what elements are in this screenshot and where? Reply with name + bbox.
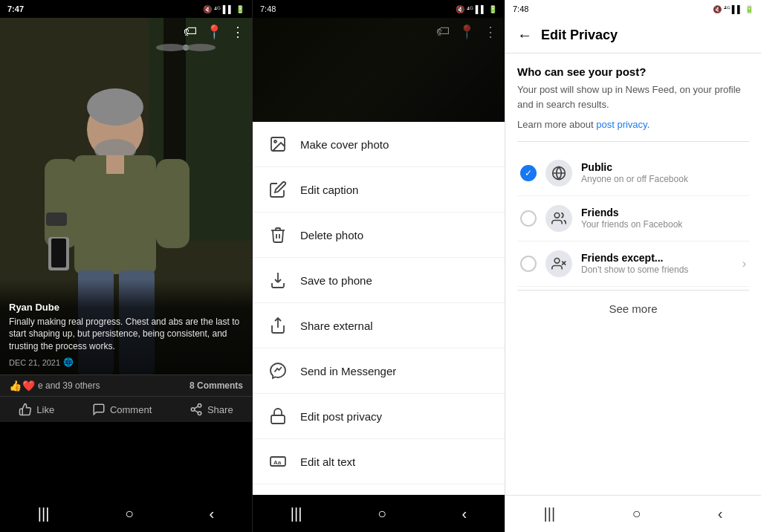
svg-rect-17 [106,155,124,174]
like-reaction-icon: 👍 [9,380,22,392]
privacy-option-friends-except[interactable]: Friends except... Don't show to some fri… [517,241,749,287]
public-option-text: Public Anyone on or off Facebook [581,161,746,184]
tag-icon[interactable]: 🏷 [184,24,197,40]
who-can-see-title: Who can see your post? [517,65,749,78]
status-time-1: 7:47 [7,4,24,13]
nav-menu-3[interactable]: ||| [544,505,556,522]
share-label: Share [207,404,233,415]
edit-privacy-icon [268,406,288,426]
status-bar-2: 7:48 🔇⁴ᴳ▌▌🔋 [253,0,505,18]
svg-point-31 [554,258,560,263]
menu-item-edit-caption[interactable]: Edit caption [253,167,505,213]
post-caption-text: Finally making real progress. Chest and … [9,316,243,353]
public-sub: Anyone on or off Facebook [581,174,746,184]
reactions-row: 👍 ❤️ e and 39 others [9,380,100,392]
nav-menu-1[interactable]: ||| [38,505,50,522]
post-date: DEC 21, 2021 🌐 [9,357,243,367]
menu-item-make-cover[interactable]: Make cover photo [253,122,505,167]
delete-photo-icon [268,224,288,245]
p2-tag-icon: 🏷 [436,24,450,40]
public-name: Public [581,161,746,173]
svg-rect-11 [156,159,190,248]
globe-icon: 🌐 [63,357,74,367]
svg-line-21 [194,410,198,412]
comment-icon [92,403,106,416]
svg-point-19 [191,408,195,412]
p2-more-icon: ⋮ [484,24,497,40]
privacy-description: Your post will show up in News Feed, on … [517,82,749,111]
post-stats-bar: 👍 ❤️ e and 39 others 8 Comments [0,374,252,397]
svg-rect-10 [45,159,78,248]
heart-reaction-icon: ❤️ [22,380,35,392]
nav-home-2[interactable]: ○ [378,505,386,522]
nav-home-3[interactable]: ○ [632,505,641,522]
see-more-button[interactable]: See more [517,290,749,327]
friends-except-chevron: › [742,257,746,270]
p2-location-icon: 📍 [459,24,475,40]
back-button[interactable]: ← [517,27,532,44]
divider-1 [517,141,749,142]
edit-caption-label: Edit caption [300,184,358,196]
nav-back-2[interactable]: ‹ [462,505,467,522]
svg-point-24 [274,140,276,143]
status-icons-3: 🔇⁴ᴳ▌▌🔋 [713,5,754,13]
share-button[interactable]: Share [190,403,233,416]
radio-public: ✓ [520,165,537,181]
privacy-content-area: Who can see your post? Your post will sh… [505,53,761,495]
edit-alt-label: Edit alt text [300,455,355,468]
svg-point-18 [198,404,201,408]
menu-item-delete-photo[interactable]: Delete photo [253,213,505,258]
friends-option-text: Friends Your friends on Facebook [581,207,746,230]
nav-menu-2[interactable]: ||| [291,505,302,522]
panel-context-menu: 7:48 🔇⁴ᴳ▌▌🔋 🏷 📍 ⋮ Make cover photo [253,0,505,532]
svg-point-5 [186,44,216,51]
privacy-header: ← Edit Privacy [505,18,761,53]
see-more-label: See more [609,302,657,315]
edit-alt-icon: Aa [268,451,288,472]
status-bar-3: 7:48 🔇⁴ᴳ▌▌🔋 [505,0,761,18]
nav-back-1[interactable]: ‹ [210,505,215,522]
svg-rect-16 [46,213,67,226]
save-phone-label: Save to phone [300,274,372,287]
friends-icon [545,205,572,232]
comment-button[interactable]: Comment [92,403,152,416]
send-messenger-label: Send in Messenger [300,365,396,377]
friends-except-icon [545,250,572,277]
svg-point-4 [156,44,186,51]
status-bar-1: 7:47 🔇⁴ᴳ▌▌🔋 [0,0,252,18]
photo-action-icons: 🏷 📍 ⋮ [184,24,245,40]
make-cover-label: Make cover photo [300,138,389,151]
status-icons-1: 🔇⁴ᴳ▌▌🔋 [203,5,245,13]
nav-back-3[interactable]: ‹ [718,505,723,522]
post-privacy-link[interactable]: post privacy [596,119,647,130]
svg-text:Aa: Aa [273,459,282,466]
panel-facebook-post: 7:47 🔇⁴ᴳ▌▌🔋 [0,0,253,532]
status-icons-2: 🔇⁴ᴳ▌▌🔋 [456,5,497,13]
menu-item-edit-alt[interactable]: Aa Edit alt text [253,439,505,484]
like-icon [19,403,32,416]
menu-item-edit-privacy[interactable]: Edit post privacy [253,394,505,439]
svg-point-20 [198,412,201,415]
more-icon[interactable]: ⋮ [231,24,245,40]
panel2-photo: 🏷 📍 ⋮ [253,18,505,122]
privacy-option-public[interactable]: ✓ Public Anyone on or off Facebook [517,151,749,196]
radio-friends [520,210,537,227]
menu-item-save-phone[interactable]: Save to phone [253,258,505,303]
menu-item-share-external[interactable]: Share external [253,303,505,348]
make-cover-icon [268,134,288,155]
edit-privacy-label: Edit post privacy [300,410,382,423]
friends-except-name: Friends except... [581,252,734,264]
menu-item-send-messenger[interactable]: Send in Messenger [253,348,505,394]
like-button[interactable]: Like [19,403,54,416]
nav-home-1[interactable]: ○ [125,505,134,522]
privacy-option-friends[interactable]: Friends Your friends on Facebook [517,196,749,241]
privacy-page-title: Edit Privacy [541,27,618,43]
location-icon[interactable]: 📍 [206,24,222,40]
nav-bar-1: ||| ○ ‹ [0,495,252,532]
reaction-icons: 👍 ❤️ [9,380,35,392]
send-messenger-icon [268,360,288,381]
panel-edit-privacy: 7:48 🔇⁴ᴳ▌▌🔋 ← Edit Privacy Who can see y… [505,0,761,532]
context-menu-list: Make cover photo Edit caption Delete pho… [253,122,505,495]
reactions-text: e and 39 others [38,380,100,391]
friends-except-option-text: Friends except... Don't show to some fri… [581,252,734,275]
